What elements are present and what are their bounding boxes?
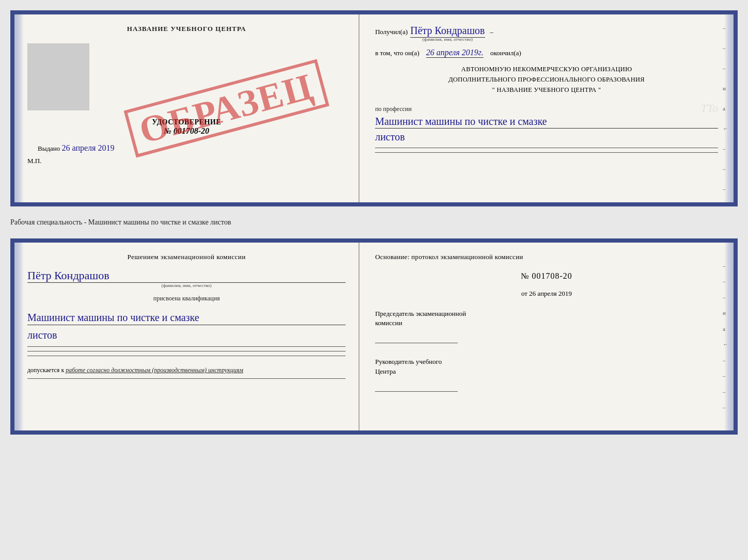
- predsedatel-title: Председатель экзаменационной комиссии: [375, 309, 718, 328]
- org-line2: ДОПОЛНИТЕЛЬНОГО ПРОФЕССИОНАЛЬНОГО ОБРАЗО…: [375, 74, 718, 85]
- qual-blank-3: [27, 356, 346, 356]
- training-center-name-top: НАЗВАНИЕ УЧЕБНОГО ЦЕНТРА: [127, 25, 246, 33]
- dopuskaetsya-value: работе согласно должностным (производств…: [66, 366, 243, 374]
- person-name-block: Пётр Кондрашов (фамилия, имя, отчество): [27, 269, 346, 288]
- protocol-number: № 001708-20: [375, 271, 718, 281]
- spine-right: [724, 14, 734, 202]
- predsedatel-block: Председатель экзаменационной комиссии: [375, 309, 718, 343]
- doc-bottom-left: Решением экзаменационной комиссии Пётр К…: [14, 243, 360, 430]
- protocol-date-value: 26 апреля 2019: [529, 290, 572, 297]
- spine-left-bottom: [14, 243, 24, 430]
- predsedatel-line2: комиссии: [375, 319, 402, 327]
- page-container: НАЗВАНИЕ УЧЕБНОГО ЦЕНТРА УДОСТОВЕРЕНИЕ №…: [10, 10, 738, 435]
- qualification-line1: Машинист машины по чистке и смазке: [27, 310, 346, 325]
- blank-line-2: [375, 152, 718, 153]
- fio-sublabel-bottom: (фамилия, имя, отчество): [27, 283, 346, 288]
- dash1: –: [490, 28, 494, 36]
- okonchil-label: окончил(а): [490, 49, 521, 57]
- org-block: АВТОНОМНУЮ НЕКОММЕРЧЕСКУЮ ОРГАНИЗАЦИЮ ДО…: [375, 64, 718, 95]
- udostoverenie-title: УДОСТОВЕРЕНИЕ: [152, 118, 221, 126]
- po-professii-label: по профессии: [375, 105, 412, 113]
- org-name-quotes: " НАЗВАНИЕ УЧЕБНОГО ЦЕНТРА ": [375, 85, 718, 95]
- completion-date: 26 апреля 2019г.: [426, 48, 484, 58]
- vydano-label: Выдано: [38, 145, 60, 152]
- qualification-block: Машинист машины по чистке и смазке листо…: [27, 308, 346, 356]
- document-bottom: Решением экзаменационной комиссии Пётр К…: [10, 238, 738, 435]
- rukovoditel-line2: Центра: [375, 367, 396, 375]
- person-name-bottom: Пётр Кондрашов: [27, 269, 346, 283]
- resheniem-text: Решением экзаменационной комиссии: [27, 253, 346, 261]
- qual-blank-2: [27, 351, 346, 351]
- spine-right-bottom: [724, 243, 734, 430]
- profession-line1: Машинист машины по чистке и смазке: [375, 115, 718, 129]
- vydano-date: 26 апреля 2019: [62, 143, 115, 152]
- obrazets-stamp: ОБРАЗЕЦ: [124, 59, 330, 158]
- recipient-name: Пётр Кондрашов: [410, 25, 485, 38]
- prisvoena-text: присвоена квалификация: [27, 295, 346, 302]
- mp-line: М.П.: [27, 157, 41, 165]
- protocol-date: от 26 апреля 2019: [375, 290, 718, 298]
- ot-label: от: [521, 290, 527, 297]
- profession-line2: листов: [375, 130, 718, 143]
- profession-block: по профессии Машинист машины по чистке и…: [375, 104, 718, 153]
- vydano-line: Выдано 26 апреля 2019: [38, 143, 114, 153]
- org-quote-close: ": [598, 86, 601, 93]
- document-top: НАЗВАНИЕ УЧЕБНОГО ЦЕНТРА УДОСТОВЕРЕНИЕ №…: [10, 10, 738, 206]
- rukovoditel-signature: [375, 379, 458, 392]
- doc-bottom-right: Основание: протокол экзаменационной коми…: [360, 243, 734, 430]
- predsedatel-line1: Председатель экзаменационной: [375, 310, 466, 317]
- blank-line-1: [375, 148, 718, 148]
- vtom-line: в том, что он(а) 26 апреля 2019г. окончи…: [375, 48, 718, 58]
- osnovanie-title: Основание: протокол экзаменационной коми…: [375, 253, 718, 261]
- org-name: НАЗВАНИЕ УЧЕБНОГО ЦЕНТРА: [496, 86, 596, 93]
- org-quote-open: ": [492, 86, 495, 93]
- doc-right-top: Получил(а) Пётр Кондрашов (фамилия, имя,…: [360, 14, 734, 202]
- poluchil-line: Получил(а) Пётр Кондрашов (фамилия, имя,…: [375, 25, 718, 42]
- qualification-line2: листов: [27, 328, 346, 342]
- doc-left-top: НАЗВАНИЕ УЧЕБНОГО ЦЕНТРА УДОСТОВЕРЕНИЕ №…: [14, 14, 360, 202]
- poluchil-label: Получил(а): [375, 28, 408, 36]
- udostoverenie-block: УДОСТОВЕРЕНИЕ № 001708-20: [152, 118, 221, 136]
- middle-label: Рабочая специальность - Машинист машины …: [10, 216, 738, 229]
- rukovoditel-line1: Руководитель учебного: [375, 358, 442, 365]
- rukovoditel-block: Руководитель учебного Центра: [375, 357, 718, 391]
- qual-blank-1: [27, 346, 346, 347]
- vtom-label: в том, что он(а): [375, 49, 419, 57]
- rukovoditel-title: Руководитель учебного Центра: [375, 357, 718, 376]
- fio-sublabel-top: (фамилия, имя, отчество): [423, 37, 473, 42]
- dop-blank-1: [27, 378, 346, 379]
- udostoverenie-number: № 001708-20: [152, 126, 221, 136]
- photo-placeholder: [27, 43, 89, 110]
- dopuskaetsya-label: допускается к: [27, 366, 64, 374]
- predsedatel-signature: [375, 330, 458, 343]
- org-line1: АВТОНОМНУЮ НЕКОММЕРЧЕСКУЮ ОРГАНИЗАЦИЮ: [375, 64, 718, 74]
- dopuskaetsya-block: допускается к работе согласно должностны…: [27, 366, 346, 379]
